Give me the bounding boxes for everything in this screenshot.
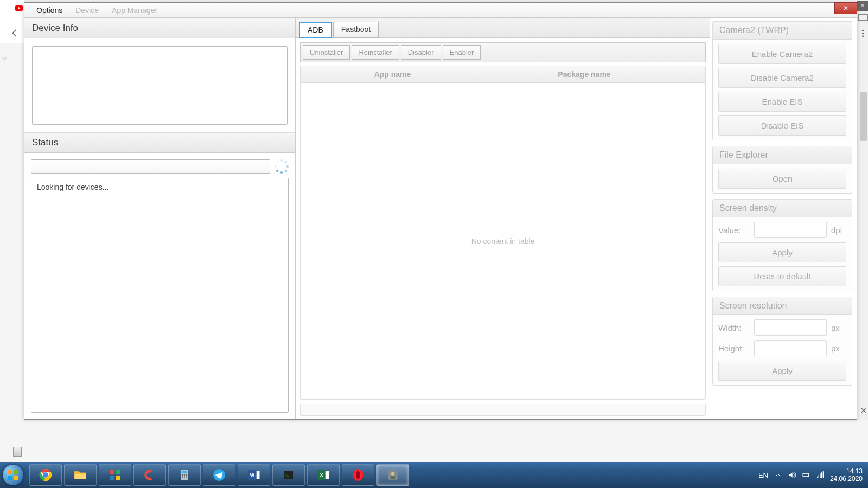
resolution-width-input[interactable]	[754, 319, 827, 336]
open-file-explorer-button[interactable]: Open	[718, 169, 846, 189]
system-tray: EN 14:13 24.06.2020	[758, 467, 868, 483]
tray-language[interactable]: EN	[758, 471, 768, 479]
center-footer-box	[300, 404, 706, 416]
taskbar-excel[interactable]: X	[307, 464, 340, 486]
center-column: ADB Fastboot Uninstaller Reinstaller Dis…	[296, 18, 710, 419]
tab-adb[interactable]: ADB	[299, 22, 332, 38]
svg-rect-17	[256, 471, 260, 479]
browser-maximize-button[interactable]	[858, 14, 868, 21]
left-column: Device Info Status Looking for devices..…	[24, 18, 296, 419]
svg-point-27	[391, 472, 395, 476]
app-window: ✕ Options Device App Manager Device Info…	[24, 2, 857, 420]
taskbar-ccleaner[interactable]	[133, 464, 166, 486]
resolution-apply-button[interactable]: Apply	[718, 361, 846, 381]
svg-rect-30	[809, 474, 809, 476]
group-density-header: Screen density	[713, 200, 852, 217]
svg-text:X: X	[320, 472, 323, 478]
tray-date: 24.06.2020	[830, 475, 863, 483]
taskbar-file-explorer[interactable]	[64, 464, 97, 486]
app-table: App name Package name No content in tabl…	[300, 66, 706, 400]
svg-point-9	[184, 474, 185, 476]
svg-text:>_: >_	[285, 473, 289, 477]
taskbar-app1[interactable]	[99, 464, 131, 486]
spinner-icon	[275, 159, 289, 174]
mode-tabs: ADB Fastboot	[296, 18, 710, 38]
desktop-shortcut-icon[interactable]	[13, 447, 22, 457]
group-file-explorer-header: File Explorer	[713, 146, 852, 164]
resolution-height-unit: px	[831, 344, 846, 353]
subtab-enabler[interactable]: Enabler	[443, 45, 481, 60]
menu-options[interactable]: Options	[30, 4, 69, 17]
svg-rect-5	[116, 476, 120, 480]
svg-rect-7	[182, 471, 187, 473]
svg-point-10	[186, 474, 187, 476]
menu-device[interactable]: Device	[69, 4, 105, 17]
table-empty-message: No content in table	[301, 83, 705, 399]
menu-app-manager[interactable]: App Manager	[105, 4, 164, 17]
menubar: Options Device App Manager	[24, 3, 857, 18]
browser-chrome-left	[0, 0, 24, 43]
svg-text:W: W	[250, 472, 255, 478]
disable-camera2-button[interactable]: Disable Camera2	[718, 68, 846, 88]
enable-eis-button[interactable]: Enable EIS	[718, 92, 846, 112]
subtab-reinstaller[interactable]: Reinstaller	[352, 45, 399, 60]
group-file-explorer: File Explorer Open	[712, 146, 852, 194]
density-apply-button[interactable]: Apply	[718, 242, 846, 262]
taskbar-current-app[interactable]	[376, 464, 409, 486]
svg-rect-29	[803, 473, 809, 476]
network-icon[interactable]	[816, 471, 825, 479]
group-screen-density: Screen density Value: dpi Apply Reset to…	[712, 199, 852, 291]
browser-chrome-right: ✕ ✕	[857, 0, 868, 420]
svg-rect-4	[110, 476, 114, 480]
status-log: Looking for devices...	[31, 178, 289, 413]
taskbar-chrome[interactable]	[29, 464, 62, 486]
svg-point-25	[356, 471, 361, 479]
taskbar-word[interactable]: W	[238, 464, 270, 486]
enable-camera2-button[interactable]: Enable Camera2	[718, 44, 846, 64]
tray-clock[interactable]: 14:13 24.06.2020	[830, 467, 863, 483]
column-package-name[interactable]: Package name	[463, 66, 705, 82]
svg-rect-3	[116, 470, 120, 474]
resolution-width-label: Width:	[718, 323, 750, 332]
resolution-height-input[interactable]	[754, 340, 827, 356]
density-value-label: Value:	[718, 226, 750, 235]
battery-icon[interactable]	[802, 471, 810, 479]
resolution-width-unit: px	[831, 323, 846, 332]
tray-time: 14:13	[830, 467, 863, 475]
right-column: Camera2 (TWRP) Enable Camera2 Disable Ca…	[710, 18, 857, 419]
svg-point-13	[186, 477, 187, 478]
device-info-box	[32, 46, 288, 125]
scrollbar-thumb[interactable]	[860, 92, 867, 141]
status-header: Status	[24, 132, 295, 153]
column-app-name[interactable]: App name	[322, 66, 463, 82]
tab-fastboot[interactable]: Fastboot	[333, 22, 379, 38]
browser-menu-button[interactable]	[858, 29, 867, 37]
density-value-input[interactable]	[754, 222, 827, 238]
tray-show-hidden-icon[interactable]	[774, 471, 782, 479]
sub-tabs: Uninstaller Reinstaller Disabler Enabler	[301, 43, 705, 62]
browser-back-button[interactable]	[10, 28, 20, 38]
subtab-disabler[interactable]: Disabler	[401, 45, 441, 60]
svg-rect-28	[391, 476, 395, 479]
browser-dismiss-icon[interactable]: ✕	[860, 406, 867, 415]
column-checkbox[interactable]	[301, 66, 322, 82]
density-reset-button[interactable]: Reset to default	[718, 266, 846, 286]
chevron-down-icon[interactable]	[1, 54, 10, 63]
taskbar-calculator[interactable]	[168, 464, 201, 486]
subtab-uninstaller[interactable]: Uninstaller	[303, 45, 350, 60]
svg-point-8	[182, 474, 183, 476]
svg-point-12	[184, 477, 185, 478]
status-progress-bar	[31, 159, 270, 174]
window-close-button[interactable]: ✕	[834, 2, 857, 14]
taskbar-telegram[interactable]	[203, 464, 235, 486]
disable-eis-button[interactable]: Disable EIS	[718, 115, 846, 136]
group-camera2-header: Camera2 (TWRP)	[713, 22, 852, 40]
taskbar-opera[interactable]	[342, 464, 374, 486]
taskbar-terminal[interactable]: >_	[272, 464, 305, 486]
start-button[interactable]	[0, 462, 26, 488]
taskbar: W >_ X EN 14:13 24.06.2020	[0, 462, 868, 488]
volume-icon[interactable]	[788, 471, 796, 479]
group-resolution-header: Screen resolution	[713, 297, 852, 315]
density-unit: dpi	[831, 226, 846, 235]
browser-close-button[interactable]: ✕	[857, 1, 868, 11]
